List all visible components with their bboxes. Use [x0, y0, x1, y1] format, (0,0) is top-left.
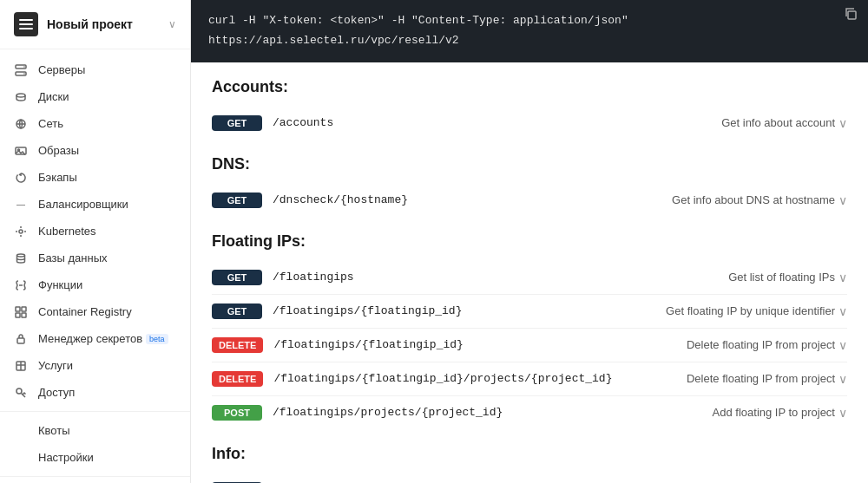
api-path: /floatingips: [273, 271, 718, 284]
code-line-1: curl -H "X-token: <token>" -H "Content-T…: [208, 12, 851, 30]
svg-rect-19: [16, 307, 20, 311]
sidebar-label-servers: Серверы: [38, 63, 85, 76]
api-row: GET /accounts Get info about account ∨: [212, 107, 847, 140]
svg-point-5: [23, 66, 25, 68]
section-title-accounts: Accounts:: [212, 62, 847, 107]
api-row-floating-5: POST /floatingips/projects/{project_id} …: [212, 396, 847, 429]
functions-icon: [12, 277, 30, 294]
api-description: Delete floating IP from project ∨: [687, 372, 847, 386]
sidebar-item-access[interactable]: Доступ: [0, 379, 190, 406]
sidebar: Новый проект ∨ Серверы: [0, 0, 191, 483]
project-chevron-icon: ∨: [168, 18, 176, 30]
sidebar-label-images: Образы: [38, 144, 79, 157]
sidebar-label-balancers: Балансировщики: [38, 198, 128, 211]
api-row-info-1: GET /capabilities Get capabilities and r…: [212, 473, 847, 483]
sidebar-label-quotas: Квоты: [38, 424, 70, 437]
sidebar-divider-1: [0, 411, 190, 412]
backups-icon: [12, 169, 30, 186]
svg-rect-1: [19, 23, 33, 25]
servers-icon: [12, 62, 30, 79]
chevron-icon[interactable]: ∨: [838, 193, 847, 207]
sidebar-item-servers[interactable]: Серверы: [0, 56, 190, 83]
svg-rect-2: [19, 28, 33, 29]
method-badge-get: GET: [212, 270, 262, 285]
chevron-icon[interactable]: ∨: [838, 304, 847, 318]
beta-badge: beta: [146, 334, 168, 344]
images-icon: [12, 142, 30, 160]
svg-rect-20: [22, 307, 26, 311]
sidebar-item-secrets[interactable]: Менеджер секретов beta: [0, 325, 190, 352]
svg-point-6: [23, 73, 25, 75]
svg-rect-28: [848, 11, 856, 19]
section-title-dns: DNS:: [212, 140, 847, 184]
sidebar-item-container-registry[interactable]: Container Registry: [0, 298, 190, 325]
chevron-icon[interactable]: ∨: [838, 406, 847, 420]
api-path: /floatingips/{floatingip_id}/projects/{p…: [273, 372, 676, 385]
api-path: /floatingips/{floatingip_id}: [273, 338, 676, 351]
databases-icon: [12, 250, 30, 267]
chevron-icon[interactable]: ∨: [838, 271, 847, 284]
svg-point-13: [20, 226, 22, 228]
api-description: Delete floating IP from project ∨: [687, 338, 847, 352]
method-badge-get: GET: [212, 304, 262, 319]
sidebar-item-settings[interactable]: Настройки: [0, 444, 190, 471]
api-path: /accounts: [273, 116, 711, 129]
sidebar-item-databases[interactable]: Базы данных: [0, 245, 190, 271]
access-icon: [12, 384, 30, 401]
api-row-floating-3: DELETE /floatingips/{floatingip_id} Dele…: [212, 329, 847, 362]
sidebar-nav: Серверы Диски Сеть: [0, 49, 190, 483]
api-path: /floatingips/{floatingip_id}: [273, 304, 655, 317]
sidebar-item-functions[interactable]: Функции: [0, 271, 190, 298]
sidebar-label-functions: Функции: [38, 278, 82, 291]
svg-point-16: [24, 231, 26, 232]
disks-icon: [12, 88, 30, 106]
sidebar-item-disks[interactable]: Диски: [0, 83, 190, 110]
svg-rect-0: [19, 19, 33, 21]
kubernetes-icon: [12, 223, 30, 240]
chevron-icon[interactable]: ∨: [838, 116, 847, 130]
sidebar-item-backups[interactable]: Бэкапы: [0, 164, 190, 191]
svg-rect-22: [22, 313, 26, 317]
project-name: Новый проект: [47, 17, 160, 31]
sidebar-item-kubernetes[interactable]: Kubernetes: [0, 218, 190, 245]
services-icon: [12, 357, 30, 375]
svg-point-15: [16, 231, 17, 232]
api-description: Get info about DNS at hostname ∨: [672, 193, 847, 207]
sidebar-divider-2: [0, 476, 190, 477]
network-icon: [12, 115, 30, 133]
svg-point-17: [17, 254, 25, 257]
container-registry-icon: [12, 304, 30, 321]
code-block: curl -H "X-token: <token>" -H "Content-T…: [191, 0, 868, 62]
chevron-icon[interactable]: ∨: [838, 372, 847, 386]
api-path: /floatingips/projects/{project_id}: [273, 406, 702, 419]
method-badge-get: GET: [212, 193, 262, 208]
chevron-icon[interactable]: ∨: [838, 338, 847, 352]
method-badge-post: POST: [212, 405, 262, 421]
section-title-floating-ips: Floating IPs:: [212, 217, 847, 261]
api-path: /dnscheck/{hostname}: [273, 193, 661, 206]
section-title-info: Info:: [212, 429, 847, 473]
sidebar-label-network: Сеть: [38, 117, 63, 130]
copy-icon[interactable]: [844, 7, 858, 29]
balancers-icon: —: [12, 196, 30, 213]
sidebar-item-services[interactable]: Услуги: [0, 352, 190, 379]
svg-rect-21: [16, 313, 20, 317]
svg-point-14: [20, 235, 22, 237]
section-accounts: Accounts: GET /accounts Get info about a…: [191, 62, 868, 140]
sidebar-label-databases: Базы данных: [38, 251, 108, 264]
api-description: Get info about account ∨: [721, 116, 847, 130]
api-description: Get list of floating IPs ∨: [728, 271, 847, 284]
sidebar-item-network[interactable]: Сеть: [0, 110, 190, 137]
section-dns: DNS: GET /dnscheck/{hostname} Get info a…: [191, 140, 868, 217]
sidebar-label-services: Услуги: [38, 359, 73, 372]
sidebar-item-balancers[interactable]: — Балансировщики: [0, 191, 190, 218]
sidebar-logo-icon: [14, 12, 38, 36]
code-line-2: https://api.selectel.ru/vpc/resell/v2: [208, 32, 851, 50]
sidebar-label-access: Доступ: [38, 386, 75, 399]
section-info: Info: GET /capabilities Get capabilities…: [191, 429, 868, 483]
api-row-floating-2: GET /floatingips/{floatingip_id} Get flo…: [212, 295, 847, 329]
sidebar-item-quotas[interactable]: Квоты: [0, 417, 190, 444]
sidebar-header[interactable]: Новый проект ∨: [0, 0, 190, 49]
api-description: Get floating IP by unique identifier ∨: [666, 304, 847, 318]
sidebar-item-images[interactable]: Образы: [0, 137, 190, 164]
